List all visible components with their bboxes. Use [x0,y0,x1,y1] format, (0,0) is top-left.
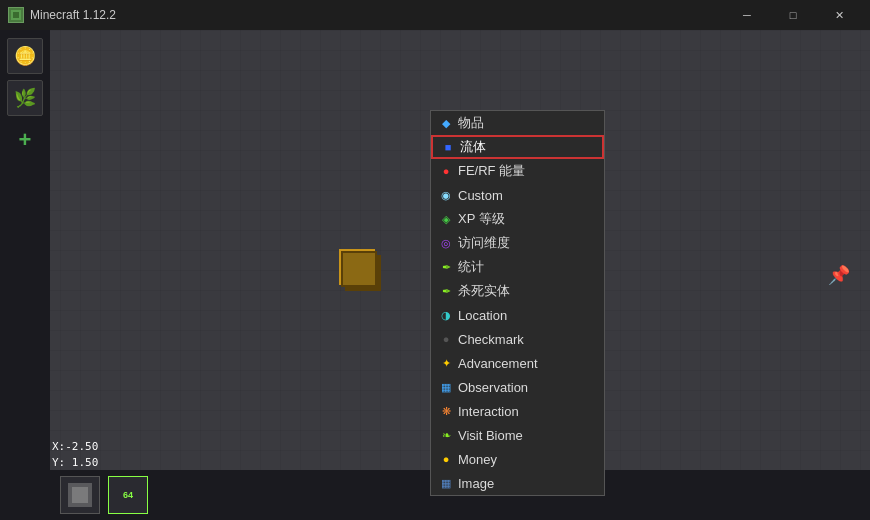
sidebar-icon-leaf[interactable]: 🌿 [7,80,43,116]
checkmark-icon: ● [439,332,453,346]
coord-y: Y: 1.50 [52,455,98,470]
money-label: Money [458,452,497,467]
maximize-button[interactable]: □ [770,0,816,30]
center-block [341,251,389,299]
menu-item-advancement[interactable]: ✦Advancement [431,351,604,375]
svg-rect-2 [13,12,19,18]
hotbar-slot-2[interactable]: 64 [108,476,148,514]
menu-item-custom[interactable]: ◉Custom [431,183,604,207]
dropdown-menu: ◆物品■流体●FE/RF 能量◉Custom◈XP 等级◎访问维度✒统计✒杀死实… [430,110,605,496]
kill-entity-icon: ✒ [439,284,453,298]
menu-item-access-dim[interactable]: ◎访问维度 [431,231,604,255]
money-icon: ● [439,452,453,466]
minecraft-block [341,251,377,287]
fluid-icon: ■ [441,140,455,154]
minimize-button[interactable]: ─ [724,0,770,30]
custom-icon: ◉ [439,188,453,202]
advancement-label: Advancement [458,356,538,371]
hotbar-slot-1[interactable] [60,476,100,514]
menu-item-fluid[interactable]: ■流体 [431,135,604,159]
items-icon: ◆ [439,116,453,130]
title-bar-left: Minecraft 1.12.2 [8,7,116,23]
image-icon: ▦ [439,476,453,490]
xp-label: XP 等级 [458,210,505,228]
menu-item-interaction[interactable]: ❋Interaction [431,399,604,423]
window-title: Minecraft 1.12.2 [30,8,116,22]
interaction-icon: ❋ [439,404,453,418]
sidebar-add-button[interactable]: + [7,122,43,158]
window-controls: ─ □ ✕ [724,0,862,30]
svg-rect-4 [72,487,88,503]
custom-label: Custom [458,188,503,203]
interaction-label: Interaction [458,404,519,419]
app-icon [8,7,24,23]
menu-item-items[interactable]: ◆物品 [431,111,604,135]
location-label: Location [458,308,507,323]
visit-biome-label: Visit Biome [458,428,523,443]
observation-label: Observation [458,380,528,395]
visit-biome-icon: ❧ [439,428,453,442]
sidebar-icon-coin[interactable]: 🪙 [7,38,43,74]
advancement-icon: ✦ [439,356,453,370]
game-area: 🪙 🌿 + X:-2.50 Y: 1.50 ◆物品■流体●FE/RF 能量◉Cu… [0,30,870,520]
menu-item-fe-rf[interactable]: ●FE/RF 能量 [431,159,604,183]
observation-icon: ▦ [439,380,453,394]
pin-icon: 📌 [828,264,850,286]
fe-rf-label: FE/RF 能量 [458,162,525,180]
menu-item-checkmark[interactable]: ●Checkmark [431,327,604,351]
image-label: Image [458,476,494,491]
access-dim-label: 访问维度 [458,234,510,252]
menu-item-stats[interactable]: ✒统计 [431,255,604,279]
close-button[interactable]: ✕ [816,0,862,30]
menu-item-image[interactable]: ▦Image [431,471,604,495]
menu-item-observation[interactable]: ▦Observation [431,375,604,399]
coordinates: X:-2.50 Y: 1.50 [52,439,98,470]
fluid-label: 流体 [460,138,486,156]
kill-entity-label: 杀死实体 [458,282,510,300]
stats-icon: ✒ [439,260,453,274]
xp-icon: ◈ [439,212,453,226]
title-bar: Minecraft 1.12.2 ─ □ ✕ [0,0,870,30]
stats-label: 统计 [458,258,484,276]
menu-item-xp[interactable]: ◈XP 等级 [431,207,604,231]
items-label: 物品 [458,114,484,132]
menu-item-visit-biome[interactable]: ❧Visit Biome [431,423,604,447]
menu-item-location[interactable]: ◑Location [431,303,604,327]
menu-item-money[interactable]: ●Money [431,447,604,471]
menu-item-kill-entity[interactable]: ✒杀死实体 [431,279,604,303]
access-dim-icon: ◎ [439,236,453,250]
location-icon: ◑ [439,308,453,322]
left-sidebar: 🪙 🌿 + [0,30,50,520]
fe-rf-icon: ● [439,164,453,178]
checkmark-label: Checkmark [458,332,524,347]
coord-x: X:-2.50 [52,439,98,454]
